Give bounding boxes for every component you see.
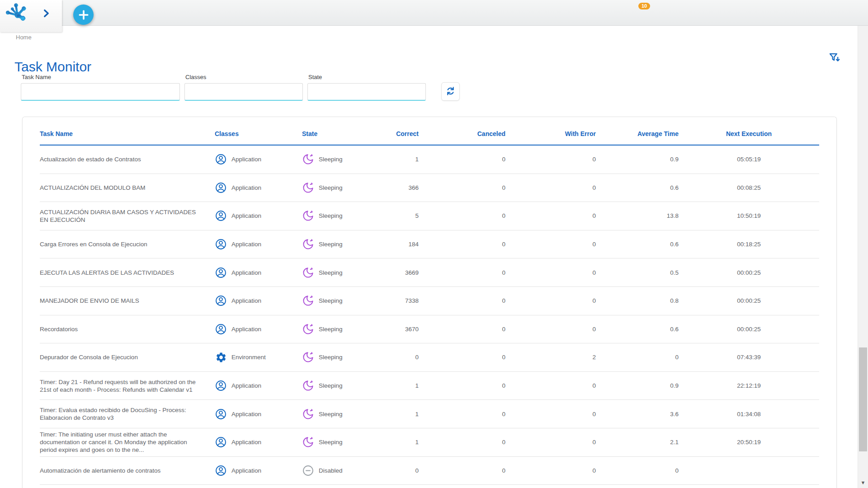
with-error-cell: 0: [505, 240, 596, 248]
sleeping-icon: [302, 267, 314, 279]
canceled-cell: 0: [419, 438, 505, 446]
canceled-cell: 0: [419, 467, 505, 474]
sleeping-icon: [302, 295, 314, 307]
table-row[interactable]: Actualización de estado de Contratos App…: [40, 145, 819, 174]
state-cell: Sleeping: [297, 380, 376, 392]
with-error-cell: 0: [505, 184, 596, 192]
add-button[interactable]: [73, 5, 94, 25]
col-task-name[interactable]: Task Name: [40, 130, 209, 137]
col-with-error[interactable]: With Error: [505, 130, 596, 137]
sleeping-icon: [302, 210, 314, 222]
with-error-cell: 0: [505, 325, 596, 333]
with-error-cell: 0: [505, 438, 596, 446]
class-label: Application: [231, 212, 261, 220]
task-name-filter-label: Task Name: [22, 74, 180, 80]
sleeping-icon: [302, 153, 314, 165]
state-cell: Sleeping: [297, 351, 376, 363]
state-filter-label: State: [308, 74, 426, 80]
next-exec-cell: 01:34:08: [679, 410, 819, 418]
app-logo-icon[interactable]: [5, 3, 27, 23]
avg-time-cell: 0.5: [596, 269, 679, 277]
scrollbar-thumb[interactable]: [859, 347, 867, 451]
state-label: Sleeping: [319, 410, 343, 418]
col-state[interactable]: State: [297, 130, 376, 137]
col-classes[interactable]: Classes: [209, 130, 297, 137]
table-row[interactable]: ACTUALIZACIÓN DIARIA BAM CASOS Y ACTIVID…: [40, 202, 819, 230]
classes-filter: Classes: [184, 74, 303, 101]
table-row[interactable]: Depurador de Consola de Ejecucion Enviro…: [40, 343, 819, 372]
col-correct[interactable]: Correct: [376, 130, 419, 137]
avg-time-cell: 13.8: [596, 212, 679, 220]
with-error-cell: 0: [505, 155, 596, 163]
refresh-button[interactable]: [441, 82, 460, 101]
table-row[interactable]: Timer: Evalua estado recibido de DocuSin…: [40, 400, 819, 428]
correct-cell: 3669: [376, 269, 419, 277]
table-row[interactable]: ACTUALIZACIÓN DEL MODULO BAM Application…: [40, 174, 819, 202]
avg-time-cell: 0.6: [596, 184, 679, 192]
state-label: Sleeping: [319, 240, 343, 248]
table-row[interactable]: MANEJADOR DE ENVIO DE MAILS Application …: [40, 287, 819, 315]
col-canceled[interactable]: Canceled: [419, 130, 505, 137]
task-name-cell: ACTUALIZACIÓN DIARIA BAM CASOS Y ACTIVID…: [40, 208, 209, 224]
class-cell: Application: [209, 323, 297, 335]
class-cell: Application: [209, 408, 297, 420]
breadcrumb[interactable]: Home: [16, 34, 32, 41]
task-name-cell: EJECUTA LAS ALERTAS DE LAS ACTIVIDADES: [40, 269, 209, 277]
correct-cell: 1: [376, 410, 419, 418]
application-icon: [215, 267, 227, 279]
vertical-scrollbar[interactable]: ▼: [858, 26, 868, 488]
canceled-cell: 0: [419, 410, 505, 418]
table-row[interactable]: Timer: The initiating user must either a…: [40, 428, 819, 457]
with-error-cell: 2: [505, 353, 596, 361]
col-average-time[interactable]: Average Time: [596, 130, 679, 137]
task-name-cell: Carga Errores en Consola de Ejecucion: [40, 240, 209, 248]
table-row[interactable]: Timer: Day 21 - Refund requests will be …: [40, 372, 819, 400]
task-table-card: Task Name Classes State Correct Canceled…: [22, 117, 837, 488]
correct-cell: 7338: [376, 297, 419, 305]
avg-time-cell: 0.8: [596, 297, 679, 305]
task-name-filter-input[interactable]: [21, 83, 180, 101]
state-label: Disabled: [319, 467, 343, 474]
class-label: Application: [231, 184, 261, 192]
table-row[interactable]: Automatización de alertamiento de contra…: [40, 457, 819, 485]
with-error-cell: 0: [505, 382, 596, 389]
application-icon: [215, 408, 227, 420]
sleeping-icon: [302, 408, 314, 420]
avg-time-cell: 0.9: [596, 382, 679, 389]
state-filter-input[interactable]: [307, 83, 426, 101]
next-exec-cell: 05:05:19: [679, 155, 819, 163]
class-label: Application: [231, 410, 261, 418]
expand-chevron-icon[interactable]: [43, 9, 49, 19]
application-icon: [215, 210, 227, 222]
task-name-cell: Timer: Evalua estado recibido de DocuSin…: [40, 406, 209, 422]
correct-cell: 5: [376, 212, 419, 220]
table-row[interactable]: Recordatorios Application Sleeping 3670 …: [40, 315, 819, 344]
state-filter: State: [307, 74, 426, 101]
state-label: Sleeping: [319, 438, 343, 446]
class-cell: Application: [209, 465, 297, 477]
task-name-cell: Recordatorios: [40, 325, 209, 333]
table-row[interactable]: Carga Errores en Consola de Ejecucion Ap…: [40, 230, 819, 259]
filter-funnel-icon: [828, 59, 841, 66]
state-label: Sleeping: [319, 353, 343, 361]
table-row[interactable]: EJECUTA LAS ALERTAS DE LAS ACTIVIDADES A…: [40, 258, 819, 287]
state-cell: Sleeping: [297, 323, 376, 335]
next-exec-cell: 07:43:39: [679, 353, 819, 361]
canceled-cell: 0: [419, 155, 505, 163]
state-cell: Sleeping: [297, 436, 376, 448]
state-cell: Sleeping: [297, 153, 376, 165]
scrollbar-down-arrow-icon[interactable]: ▼: [858, 480, 868, 485]
classes-filter-input[interactable]: [184, 83, 303, 101]
filter-button[interactable]: [828, 52, 841, 66]
state-label: Sleeping: [319, 155, 343, 163]
state-cell: Sleeping: [297, 210, 376, 222]
canceled-cell: 0: [419, 353, 505, 361]
sleeping-icon: [302, 436, 314, 448]
application-icon: [215, 153, 227, 165]
application-icon: [215, 182, 227, 194]
sync-icon: [445, 85, 456, 98]
class-cell: Application: [209, 210, 297, 222]
correct-cell: 184: [376, 240, 419, 248]
col-next-execution[interactable]: Next Execution: [679, 130, 819, 137]
class-cell: Application: [209, 238, 297, 250]
